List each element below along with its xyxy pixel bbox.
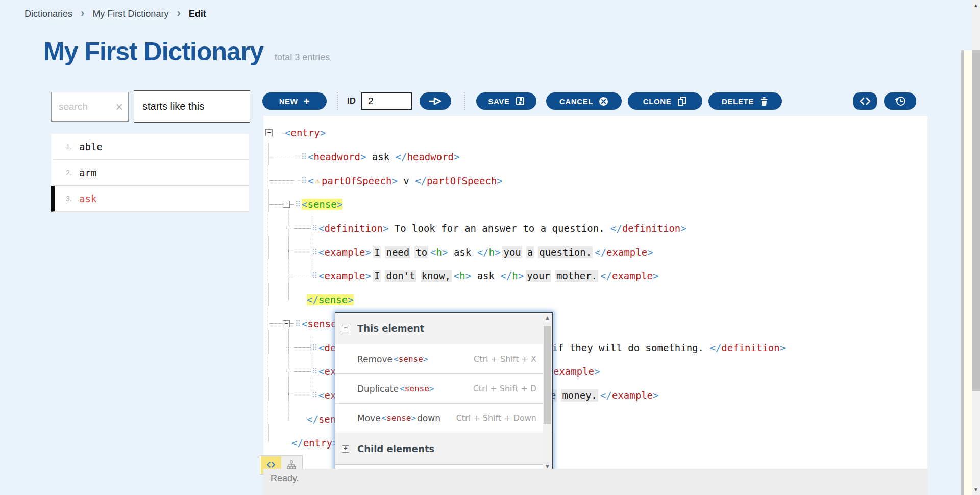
go-to-id-button[interactable] bbox=[420, 92, 451, 110]
tag-name-selected[interactable]: h bbox=[436, 247, 442, 258]
tree-connector bbox=[273, 133, 285, 133]
drag-handle-icon[interactable]: ⠿ bbox=[312, 391, 317, 400]
breadcrumb-item-dictionaries[interactable]: Dictionaries bbox=[24, 9, 72, 19]
text-chunk[interactable]: know, bbox=[421, 270, 452, 282]
tag-name[interactable]: example bbox=[324, 270, 365, 281]
collapse-toggle-icon[interactable]: − bbox=[283, 320, 290, 327]
text-chunk[interactable]: don't bbox=[385, 270, 416, 282]
tag-name[interactable]: example bbox=[553, 366, 594, 377]
plus-icon: + bbox=[303, 95, 310, 107]
expand-icon[interactable]: + bbox=[342, 445, 349, 453]
page-scroll-thumb[interactable] bbox=[972, 50, 980, 391]
tag-punctuation: > bbox=[454, 151, 459, 162]
tag-punctuation: < bbox=[318, 390, 324, 401]
text-chunk[interactable]: mother. bbox=[555, 270, 598, 282]
entry-list-item-able[interactable]: 1.able bbox=[51, 134, 249, 160]
tag-name[interactable]: example bbox=[324, 247, 365, 258]
menu-scroll-thumb[interactable] bbox=[544, 326, 551, 424]
menu-scrollbar[interactable]: ▲ ▼ bbox=[543, 313, 552, 469]
tag-name[interactable]: partOfSpeech bbox=[427, 175, 497, 186]
tag-name[interactable]: example bbox=[606, 247, 647, 258]
text-chunk[interactable]: need bbox=[385, 246, 410, 258]
tag-punctuation: < bbox=[318, 342, 324, 353]
search-mode-select[interactable]: starts like this bbox=[134, 90, 250, 123]
text-chunk[interactable]: your bbox=[526, 270, 551, 282]
tag-name[interactable]: definition bbox=[324, 223, 382, 234]
tag-name-selected[interactable]: sense bbox=[318, 294, 348, 305]
new-entry-button[interactable]: NEW + bbox=[262, 92, 327, 110]
drag-handle-icon[interactable]: ⠿ bbox=[312, 367, 317, 376]
tree-connector bbox=[269, 143, 270, 443]
menu-item-label: Duplicate bbox=[357, 384, 399, 394]
scroll-up-icon[interactable]: ▲ bbox=[543, 315, 552, 320]
tag-name[interactable]: example bbox=[612, 390, 653, 401]
text-chunk[interactable]: a bbox=[526, 246, 534, 258]
cancel-button[interactable]: CANCEL bbox=[546, 92, 622, 110]
tag-name[interactable]: definition bbox=[622, 223, 680, 234]
text-chunk[interactable]: you bbox=[502, 246, 522, 258]
tag-punctuation: > bbox=[337, 199, 342, 210]
tag-name[interactable]: entry bbox=[290, 127, 320, 138]
tag-punctuation: </ bbox=[709, 342, 721, 353]
drag-handle-icon[interactable]: ⠿ bbox=[312, 271, 317, 280]
entry-list-item-ask[interactable]: 3.ask bbox=[51, 186, 249, 212]
page-scrollbar[interactable]: ▲ ▼ bbox=[972, 0, 980, 495]
tag-name-selected[interactable]: h bbox=[459, 270, 465, 281]
menu-item-remove[interactable]: Remove <sense>Ctrl + Shift + X bbox=[335, 344, 552, 374]
menu-item-label: down bbox=[417, 413, 440, 423]
tag-name-selected[interactable]: h bbox=[512, 270, 518, 281]
entry-list-item-arm[interactable]: 2.arm bbox=[51, 160, 249, 186]
scroll-down-icon[interactable]: ▼ bbox=[543, 464, 552, 469]
tag-punctuation: > bbox=[647, 247, 653, 258]
text-chunk[interactable]: money. bbox=[561, 389, 598, 402]
text-node[interactable]: ask bbox=[448, 247, 477, 258]
source-code-button[interactable] bbox=[853, 92, 877, 110]
text-chunk[interactable]: I bbox=[373, 270, 381, 282]
drag-handle-icon[interactable]: ⠿ bbox=[295, 319, 301, 328]
tag-name[interactable]: partOfSpeech bbox=[322, 175, 391, 186]
text-node[interactable]: ask bbox=[471, 270, 500, 281]
collapse-icon[interactable]: − bbox=[342, 325, 349, 332]
search-input[interactable] bbox=[59, 101, 110, 112]
scroll-down-icon[interactable]: ▼ bbox=[972, 487, 980, 492]
tag-name-selected[interactable]: h bbox=[489, 247, 495, 258]
drag-handle-icon[interactable]: ⠿ bbox=[312, 224, 317, 233]
tag-name-selected[interactable]: sense bbox=[307, 199, 336, 210]
clear-search-icon[interactable]: × bbox=[115, 101, 123, 113]
menu-item-duplicate[interactable]: Duplicate <sense>Ctrl + Shift + D bbox=[335, 374, 552, 404]
tag-name[interactable]: example bbox=[612, 270, 653, 281]
tag-name[interactable]: sense bbox=[307, 318, 336, 329]
drag-handle-icon[interactable]: ⠿ bbox=[301, 176, 307, 185]
menu-section-header-this-element[interactable]: −This element bbox=[335, 313, 552, 344]
text-node[interactable]: v bbox=[398, 175, 415, 186]
tag-punctuation: < bbox=[302, 199, 307, 210]
save-button[interactable]: SAVE bbox=[476, 92, 536, 110]
tag-name[interactable]: headword bbox=[407, 151, 454, 162]
drag-handle-icon[interactable]: ⠿ bbox=[295, 200, 301, 209]
breadcrumb-item-my-first-dictionary[interactable]: My First Dictionary bbox=[92, 9, 168, 19]
text-chunk[interactable]: I bbox=[373, 246, 381, 258]
tag-punctuation: </ bbox=[291, 437, 303, 449]
text-node[interactable]: ask bbox=[366, 151, 395, 162]
drag-handle-icon[interactable]: ⠿ bbox=[301, 152, 307, 161]
menu-section-header-child-elements[interactable]: +Child elements bbox=[335, 433, 552, 465]
drag-handle-icon[interactable]: ⠿ bbox=[312, 343, 317, 352]
text-node[interactable]: To look for an answer to a question. bbox=[388, 223, 610, 234]
clone-button[interactable]: CLONE bbox=[628, 92, 702, 110]
menu-item-tag: <sense> bbox=[394, 354, 428, 364]
entry-id-input[interactable] bbox=[361, 92, 412, 110]
delete-button[interactable]: DELETE bbox=[708, 92, 782, 110]
collapse-toggle-icon[interactable]: − bbox=[265, 129, 273, 136]
tag-name[interactable]: entry bbox=[303, 437, 332, 449]
tag-name: sense bbox=[399, 354, 423, 364]
collapse-toggle-icon[interactable]: − bbox=[283, 201, 290, 208]
text-chunk[interactable]: question. bbox=[538, 246, 593, 258]
scroll-up-icon[interactable]: ▲ bbox=[972, 3, 980, 8]
menu-item-move[interactable]: Move <sense> downCtrl + Shift + Down bbox=[335, 404, 552, 433]
tag-name[interactable]: definition bbox=[721, 342, 779, 353]
tag-name[interactable]: headword bbox=[313, 151, 360, 162]
drag-handle-icon[interactable]: ⠿ bbox=[312, 248, 317, 257]
tag-punctuation: > bbox=[442, 247, 448, 258]
text-chunk[interactable]: to bbox=[414, 246, 428, 258]
history-button[interactable] bbox=[884, 92, 916, 110]
